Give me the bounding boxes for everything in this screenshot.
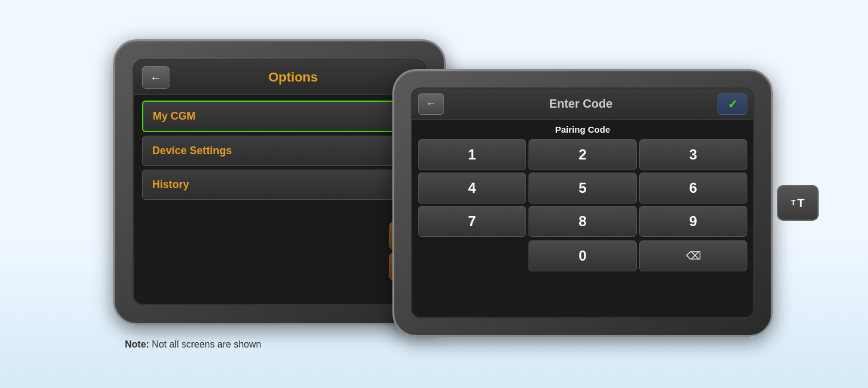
right-device: ← Enter Code ✓ Pairing Code 1 2 3 4 5 6 … (392, 69, 773, 337)
text-size-small-label: T (791, 199, 795, 207)
delete-icon: ⌫ (686, 249, 701, 262)
numpad-key-8[interactable]: 8 (529, 206, 637, 237)
menu-item-device-settings[interactable]: Device Settings (142, 136, 417, 166)
numpad-key-9[interactable]: 9 (639, 206, 747, 237)
scene: ← Options My CGM Device Settings History… (77, 21, 791, 367)
text-size-large-label: T (797, 196, 804, 210)
left-screen: ← Options My CGM Device Settings History… (133, 59, 426, 305)
note-body: Not all screens are shown (149, 339, 262, 349)
right-header-title: Enter Code (448, 97, 714, 111)
confirm-button[interactable]: ✓ (718, 93, 747, 115)
menu-item-history[interactable]: History (142, 170, 417, 200)
numpad-key-empty (418, 240, 526, 271)
numpad-key-4[interactable]: 4 (418, 173, 526, 204)
right-back-arrow-icon: ← (426, 98, 436, 110)
left-back-button[interactable]: ← (142, 66, 169, 89)
text-size-widget[interactable]: T T (777, 185, 819, 221)
numpad-key-0[interactable]: 0 (529, 240, 637, 271)
numpad-key-1[interactable]: 1 (418, 139, 526, 170)
numpad-grid: 1 2 3 4 5 6 7 8 9 (412, 137, 753, 240)
numpad-key-6[interactable]: 6 (639, 173, 747, 204)
left-back-arrow-icon: ← (150, 71, 162, 83)
numpad-bottom-row: 0 ⌫ (412, 240, 753, 274)
pairing-code-label: Pairing Code (412, 120, 753, 137)
checkmark-icon: ✓ (728, 97, 738, 111)
right-header: ← Enter Code ✓ (412, 89, 753, 120)
numpad-key-5[interactable]: 5 (529, 173, 637, 204)
numpad-delete-button[interactable]: ⌫ (639, 240, 747, 271)
menu-list: My CGM Device Settings History (134, 95, 425, 206)
left-header-title: Options (169, 70, 417, 85)
menu-item-my-cgm[interactable]: My CGM (142, 101, 417, 132)
left-header: ← Options (134, 60, 425, 95)
numpad-key-2[interactable]: 2 (529, 139, 637, 170)
right-screen: ← Enter Code ✓ Pairing Code 1 2 3 4 5 6 … (411, 87, 754, 318)
numpad-key-7[interactable]: 7 (418, 206, 526, 237)
numpad-key-3[interactable]: 3 (639, 139, 747, 170)
right-back-button[interactable]: ← (418, 93, 444, 115)
note-bold: Note: (125, 339, 149, 349)
note-text: Note: Not all screens are shown (125, 339, 261, 350)
